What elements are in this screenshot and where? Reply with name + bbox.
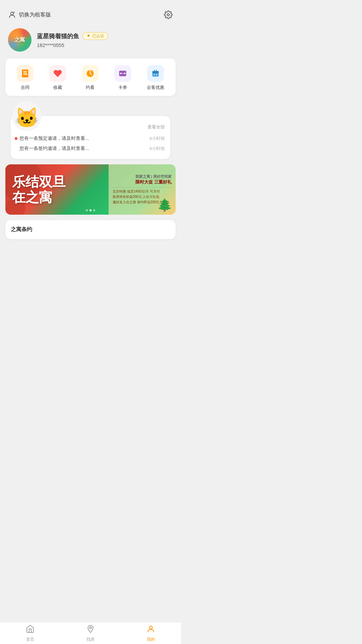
- verified-label: 已认证: [92, 33, 104, 39]
- enterprise-icon: [147, 65, 164, 82]
- switch-tenant-button[interactable]: 切换为租客版: [8, 11, 51, 19]
- favorite-label: 收藏: [53, 85, 62, 91]
- svg-rect-1: [22, 69, 28, 77]
- contract-section-title: 之寓条约: [11, 226, 170, 233]
- dot-3: [93, 209, 95, 211]
- contract-section-card: 之寓条约: [5, 220, 176, 239]
- enterprise-label: 企客优惠: [147, 85, 164, 91]
- svg-point-5: [120, 73, 122, 74]
- top-bar: 切换为租客版: [0, 0, 181, 25]
- unread-dot: [15, 137, 17, 140]
- avatar[interactable]: 之寓: [8, 28, 32, 52]
- action-favorite[interactable]: 收藏: [49, 65, 66, 91]
- contract-icon: [17, 65, 34, 82]
- user-phone: 182****0555: [37, 42, 108, 48]
- banner-dots: [86, 209, 95, 211]
- svg-point-0: [11, 12, 13, 15]
- user-info: 蓝星骑着猫的鱼 已认证 182****0555: [37, 32, 108, 48]
- user-section: 之寓 蓝星骑着猫的鱼 已认证 182****0555: [0, 25, 181, 58]
- banner-left: 乐结双旦 在之寓 🌲: [5, 169, 109, 210]
- notif-text-1: 您有一条预定邀请，请及时查看...: [16, 136, 89, 142]
- action-schedule[interactable]: 约看: [82, 65, 99, 91]
- verified-badge: 已认证: [82, 32, 108, 40]
- svg-rect-11: [153, 71, 159, 73]
- mascot: 🐱: [12, 101, 42, 131]
- svg-point-13: [156, 74, 158, 75]
- svg-point-3: [90, 70, 90, 71]
- dot-1: [86, 209, 88, 211]
- action-enterprise[interactable]: 企客优惠: [147, 65, 164, 91]
- notif-item-1[interactable]: 您有一条预定邀请，请及时查看... 4小时前: [16, 133, 165, 144]
- dot-2: [89, 209, 92, 211]
- promo-header: 筑家之寓 | 美好空间家 限时大促 三重好礼: [113, 174, 172, 185]
- schedule-icon: [82, 65, 99, 82]
- actions-card: 合同 收藏 约看: [5, 58, 176, 96]
- action-contract[interactable]: 合同: [17, 65, 34, 91]
- notification-section: 🐱 查看全部 您有一条预定邀请，请及时查看... 4小时前 您有一条签约邀请，请…: [5, 101, 176, 159]
- settings-button[interactable]: [164, 10, 173, 19]
- notif-item-2[interactable]: 您有一条签约邀请，请及时查看... 4小时前: [16, 144, 165, 154]
- tree-icon: 🌲: [157, 198, 172, 212]
- view-all-button[interactable]: 查看全部: [147, 124, 165, 130]
- svg-point-6: [124, 73, 126, 74]
- promo-banner[interactable]: 乐结双旦 在之寓 🌲 筑家之寓 | 美好空间家 限时大促 三重好礼 北京特惠 低…: [5, 164, 176, 215]
- switch-label: 切换为租客版: [19, 11, 51, 18]
- svg-point-12: [154, 74, 155, 75]
- user-name: 蓝星骑着猫的鱼: [37, 32, 79, 40]
- favorite-icon: [49, 65, 66, 82]
- coupon-label: 卡券: [118, 85, 127, 91]
- notif-time-2: 4小时前: [149, 146, 165, 152]
- action-coupon[interactable]: 卡券: [114, 65, 131, 91]
- coupon-icon: [114, 65, 131, 82]
- notif-text-2: 您有一条签约邀请，请及时查看...: [19, 146, 89, 152]
- schedule-label: 约看: [86, 85, 95, 91]
- notif-time-1: 4小时前: [149, 136, 165, 142]
- avatar-image: 之寓: [8, 28, 32, 52]
- switch-icon: [8, 11, 16, 19]
- banner-text: 乐结双旦 在之寓: [12, 174, 102, 205]
- contract-label: 合同: [21, 85, 29, 91]
